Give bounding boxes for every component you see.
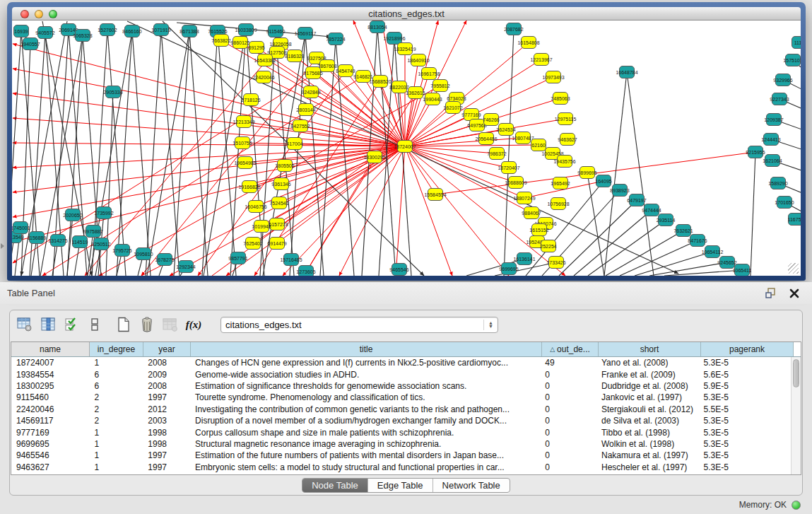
graph-node[interactable]: 9699695 xyxy=(499,263,518,275)
cell-pagerank[interactable]: 5.5E-5 xyxy=(698,404,791,414)
graph-node[interactable]: 16648784 xyxy=(616,66,637,78)
table-row[interactable]: 946362711997Embryonic stem cells: a mode… xyxy=(11,462,791,473)
cell-in_degree[interactable]: 6 xyxy=(90,370,143,380)
graph-node[interactable]: 1733426 xyxy=(546,257,565,269)
vertical-scrollbar[interactable] xyxy=(791,357,801,474)
graph-node[interactable]: 9465546 xyxy=(389,264,408,276)
graph-node[interactable]: 1071919 xyxy=(151,24,170,36)
graph-node[interactable]: 16136141 xyxy=(513,253,535,265)
graph-node[interactable]: 9860125 xyxy=(230,37,249,49)
column-header-in_degree[interactable]: in_degree xyxy=(90,342,143,356)
scrollbar-thumb[interactable] xyxy=(793,359,799,387)
cell-in_degree[interactable]: 2 xyxy=(90,416,143,426)
graph-node[interactable]: 9361346 xyxy=(271,178,290,190)
network-window-titlebar[interactable]: citations_edges.txt xyxy=(12,7,801,21)
graph-node[interactable]: 9474444 xyxy=(642,204,661,216)
graph-node[interactable]: 1621064 xyxy=(763,155,782,167)
cell-pagerank[interactable]: 5.3E-5 xyxy=(698,439,791,449)
graph-node[interactable]: 116753 xyxy=(788,214,801,226)
graph-node[interactable]: 1156889 xyxy=(28,232,47,244)
graph-node[interactable]: 1314275 xyxy=(48,235,67,247)
cell-title[interactable]: Estimation of significance thresholds fo… xyxy=(190,381,540,391)
cell-in_degree[interactable]: 1 xyxy=(90,450,143,460)
network-view-window[interactable]: citations_edges.txt 16939 9405572 xyxy=(7,2,806,281)
cell-pagerank[interactable]: 5.3E-5 xyxy=(698,428,791,438)
graph-node[interactable]: 16046756 xyxy=(245,201,266,213)
graph-node[interactable]: 1965492 xyxy=(551,177,570,189)
cell-pagerank[interactable]: 5.3E-5 xyxy=(698,358,791,368)
cell-year[interactable]: 1997 xyxy=(143,392,190,402)
graph-node[interactable]: 1735992 xyxy=(94,207,113,219)
graph-node[interactable]: 9857791 xyxy=(228,252,247,264)
graph-node[interactable]: 1244413 xyxy=(761,134,780,146)
graph-node[interactable]: 1575107 xyxy=(783,54,801,66)
cell-out_degree[interactable]: 0 xyxy=(540,439,596,449)
cell-short[interactable]: de Silva et al. (2003) xyxy=(596,416,698,426)
cell-year[interactable]: 1997 xyxy=(143,450,190,460)
graph-node[interactable]: 15716485 xyxy=(280,254,302,266)
cell-name[interactable]: 22420046 xyxy=(11,404,90,414)
graph-node[interactable]: 18640910 xyxy=(407,54,429,66)
cell-title[interactable]: Tourette syndrome. Phenomenology and cla… xyxy=(190,392,540,402)
cell-name[interactable]: 9115460 xyxy=(11,392,90,402)
table-row[interactable]: 1830029562008Estimation of significance … xyxy=(11,380,791,392)
graph-node[interactable]: 1527602 xyxy=(98,24,117,36)
graph-node[interactable]: 6914479 xyxy=(267,238,286,250)
cell-in_degree[interactable]: 6 xyxy=(90,381,143,391)
graph-node[interactable]: 62160 xyxy=(531,139,546,151)
graph-node[interactable]: 1678275 xyxy=(155,254,174,266)
resize-grip[interactable] xyxy=(788,263,799,274)
graph-node[interactable]: 16961758 xyxy=(418,68,440,80)
graph-node[interactable]: 9175685 xyxy=(303,67,322,79)
graph-node[interactable]: 6479197 xyxy=(627,194,646,206)
graph-node[interactable]: 746266 xyxy=(483,114,499,126)
float-panel-icon[interactable] xyxy=(763,286,778,301)
graph-node[interactable]: 18720407 xyxy=(498,162,519,174)
cell-short[interactable]: Stergiakouli et al. (2012) xyxy=(596,404,698,414)
cell-in_degree[interactable]: 2 xyxy=(90,392,143,402)
cell-pagerank[interactable]: 5.3E-5 xyxy=(698,392,791,402)
cell-short[interactable]: Yano et al. (2008) xyxy=(596,358,698,368)
graph-node[interactable]: 2935114 xyxy=(657,214,676,226)
graph-node[interactable]: 1250512 xyxy=(91,238,110,250)
cell-pagerank[interactable]: 5.6E-5 xyxy=(698,370,791,380)
column-header-name[interactable]: name xyxy=(11,342,90,356)
cell-short[interactable]: Nakamura et al. (1997) xyxy=(596,450,698,460)
splitter-handle[interactable] xyxy=(1,243,4,249)
graph-node[interactable]: 1112 xyxy=(792,37,801,49)
graph-node[interactable]: 7524541 xyxy=(269,197,288,209)
cell-title[interactable]: Embryonic stem cells: a model to study s… xyxy=(190,462,540,472)
graph-node[interactable]: 2803144 xyxy=(296,104,315,116)
cell-title[interactable]: Corpus callosum shape and size in male p… xyxy=(190,428,540,438)
graph-node[interactable]: 19218996 xyxy=(383,33,405,45)
graph-node[interactable]: 12975115 xyxy=(555,113,577,125)
graph-node[interactable]: 8466160 xyxy=(122,25,141,37)
graph-node[interactable]: 7857224 xyxy=(326,33,345,45)
cell-name[interactable]: 9777169 xyxy=(11,428,90,438)
graph-node[interactable]: 16939 xyxy=(14,25,29,37)
graph-node[interactable]: 8813054 xyxy=(367,21,387,33)
graph-node[interactable]: 1701650 xyxy=(775,197,794,209)
cell-name[interactable]: 9463627 xyxy=(11,462,90,472)
cell-short[interactable]: Hescheler et al. (1997) xyxy=(596,462,698,472)
cell-out_degree[interactable]: 0 xyxy=(540,462,596,472)
graph-node[interactable]: 8427552 xyxy=(290,120,310,132)
graph-node[interactable]: 10654112 xyxy=(702,246,724,258)
graph-node[interactable]: 7663822 xyxy=(211,35,230,47)
close-panel-icon[interactable] xyxy=(787,286,802,301)
graph-node[interactable]: 1589290 xyxy=(768,177,787,189)
close-window-icon[interactable] xyxy=(20,10,29,18)
cell-title[interactable]: Structural magnetic resonance image aver… xyxy=(190,439,540,449)
cell-title[interactable]: Investigating the contribution of common… xyxy=(190,404,540,414)
graph-node[interactable]: 8215955 xyxy=(746,146,765,158)
graph-node[interactable]: 18807249 xyxy=(513,192,535,204)
cell-in_degree[interactable]: 1 xyxy=(90,439,143,449)
graph-node[interactable]: 10807487 xyxy=(512,132,534,144)
graph-node[interactable]: 18325419 xyxy=(394,43,416,55)
graph-node[interactable]: 8671388 xyxy=(180,25,199,37)
cell-out_degree[interactable]: 49 xyxy=(540,358,596,368)
graph-node[interactable]: 1095810 xyxy=(134,248,153,260)
table-row[interactable]: 1872400712008Changes of HCN gene express… xyxy=(11,357,791,368)
table-settings-icon[interactable] xyxy=(17,317,33,332)
cell-year[interactable]: 2012 xyxy=(143,404,190,414)
